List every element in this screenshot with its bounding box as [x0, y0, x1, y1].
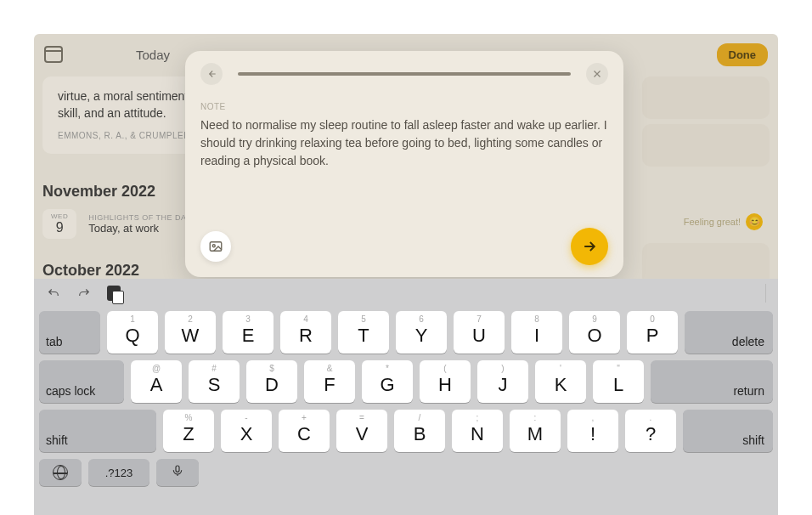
- key-y[interactable]: 6Y: [396, 311, 447, 354]
- day-meta: HIGHLIGHTS OF THE DAY Today, at work: [88, 213, 191, 235]
- day-number: 9: [51, 220, 68, 235]
- key-primary: U: [472, 325, 486, 347]
- key-b[interactable]: /B: [394, 410, 445, 452]
- day-entry-row[interactable]: WED 9 HIGHLIGHTS OF THE DAY Today, at wo…: [42, 209, 191, 239]
- note-modal: NOTE Need to normalise my sleep routine …: [185, 51, 623, 277]
- key-w[interactable]: 2W: [165, 311, 216, 354]
- key-primary: V: [356, 423, 369, 445]
- side-tile: [642, 76, 770, 119]
- key-v[interactable]: =V: [336, 410, 387, 452]
- key-primary: H: [438, 374, 452, 396]
- key-secondary: ): [501, 364, 504, 373]
- key-x[interactable]: -X: [221, 410, 272, 452]
- tab-key[interactable]: tab: [39, 311, 100, 354]
- key-j[interactable]: )J: [477, 360, 528, 403]
- delete-key[interactable]: delete: [685, 311, 773, 354]
- clipboard-button[interactable]: [107, 286, 121, 301]
- key-h[interactable]: (H: [420, 360, 471, 403]
- key-m[interactable]: :M: [510, 410, 561, 452]
- key-question[interactable]: .?: [625, 410, 676, 452]
- dictation-key[interactable]: [156, 459, 199, 486]
- submit-button[interactable]: [571, 228, 608, 265]
- key-f[interactable]: &F: [304, 360, 355, 403]
- highlights-text: Today, at work: [88, 222, 191, 235]
- key-e[interactable]: 3E: [223, 311, 273, 354]
- key-primary: M: [527, 423, 543, 445]
- key-primary: N: [471, 423, 484, 445]
- device-frame: Today Done virtue, a moral sentiment, a …: [0, 0, 812, 515]
- modal-bottom-bar: [200, 228, 608, 265]
- key-primary: !: [590, 423, 595, 445]
- redo-button[interactable]: [76, 286, 92, 301]
- key-primary: F: [324, 374, 335, 396]
- back-button[interactable]: [200, 63, 223, 85]
- key-primary: L: [613, 374, 623, 396]
- key-exclaim[interactable]: ,!: [567, 410, 618, 452]
- key-u[interactable]: 7U: [454, 311, 505, 354]
- shift-key-left[interactable]: shift: [39, 410, 156, 452]
- key-s[interactable]: #S: [189, 360, 240, 403]
- key-primary: T: [358, 325, 369, 347]
- key-o[interactable]: 9O: [569, 311, 620, 354]
- key-c[interactable]: +C: [279, 410, 330, 452]
- globe-icon: [53, 465, 68, 480]
- caps-lock-key[interactable]: caps lock: [39, 360, 124, 403]
- key-k[interactable]: 'K: [535, 360, 586, 403]
- number-toggle-key[interactable]: .?123: [88, 459, 149, 486]
- keyboard-row-2: caps lock @A#S$D&F*G(H)J'K"Lreturn: [39, 360, 773, 403]
- clipboard-icon: [107, 286, 121, 301]
- keyboard-toolbar: [34, 279, 778, 308]
- key-secondary: +: [302, 413, 307, 422]
- highlights-label: HIGHLIGHTS OF THE DAY: [88, 213, 191, 222]
- shift-key-right[interactable]: shift: [683, 410, 773, 452]
- key-primary: Y: [415, 325, 428, 347]
- done-button[interactable]: Done: [717, 43, 769, 66]
- key-l[interactable]: "L: [593, 360, 644, 403]
- month-header-november: November 2022: [42, 183, 155, 201]
- key-secondary: :: [534, 413, 537, 422]
- key-secondary: #: [211, 364, 217, 373]
- key-secondary: 6: [419, 314, 424, 324]
- keyboard-row-3: shift %Z-X+C=V/B;N:M,!.?shift: [39, 410, 773, 452]
- add-photo-button[interactable]: [200, 231, 231, 262]
- close-button[interactable]: [586, 63, 608, 85]
- key-t[interactable]: 5T: [338, 311, 389, 354]
- key-primary: J: [499, 374, 508, 396]
- key-secondary: *: [386, 364, 389, 373]
- smile-emoji-icon: 😊: [746, 213, 763, 230]
- key-p[interactable]: 0P: [627, 311, 678, 354]
- svg-rect-2: [176, 466, 179, 472]
- globe-key[interactable]: [39, 459, 82, 486]
- key-primary: ?: [646, 423, 656, 445]
- key-primary: P: [646, 325, 659, 347]
- calendar-icon[interactable]: [44, 46, 63, 63]
- undo-button[interactable]: [46, 286, 61, 301]
- key-z[interactable]: %Z: [163, 410, 214, 452]
- on-screen-keyboard: tab 1Q2W3E4R5T6Y7U8I9O0Pdelete caps lock…: [34, 279, 778, 515]
- microphone-icon: [171, 464, 184, 481]
- key-secondary: =: [359, 413, 364, 422]
- return-key[interactable]: return: [651, 360, 773, 403]
- today-tab[interactable]: Today: [136, 48, 170, 62]
- mood-text: Feeling great!: [684, 217, 741, 227]
- key-secondary: 3: [245, 314, 251, 324]
- key-d[interactable]: $D: [246, 360, 297, 403]
- key-secondary: -: [245, 413, 247, 422]
- mood-row: Feeling great! 😊: [642, 209, 770, 235]
- key-secondary: .: [650, 413, 652, 422]
- key-r[interactable]: 4R: [280, 311, 331, 354]
- key-g[interactable]: *G: [362, 360, 413, 403]
- day-badge: WED 9: [42, 209, 76, 239]
- key-primary: G: [380, 374, 394, 396]
- key-secondary: &: [327, 364, 333, 373]
- key-q[interactable]: 1Q: [107, 311, 158, 354]
- key-primary: D: [265, 374, 279, 396]
- key-i[interactable]: 8I: [511, 311, 562, 354]
- key-secondary: ': [560, 364, 561, 373]
- note-textarea[interactable]: Need to normalise my sleep routine to fa…: [200, 116, 608, 170]
- key-a[interactable]: @A: [131, 360, 182, 403]
- key-secondary: @: [152, 364, 161, 373]
- key-n[interactable]: ;N: [452, 410, 503, 452]
- modal-top-bar: [200, 63, 608, 85]
- day-of-week: WED: [51, 212, 68, 220]
